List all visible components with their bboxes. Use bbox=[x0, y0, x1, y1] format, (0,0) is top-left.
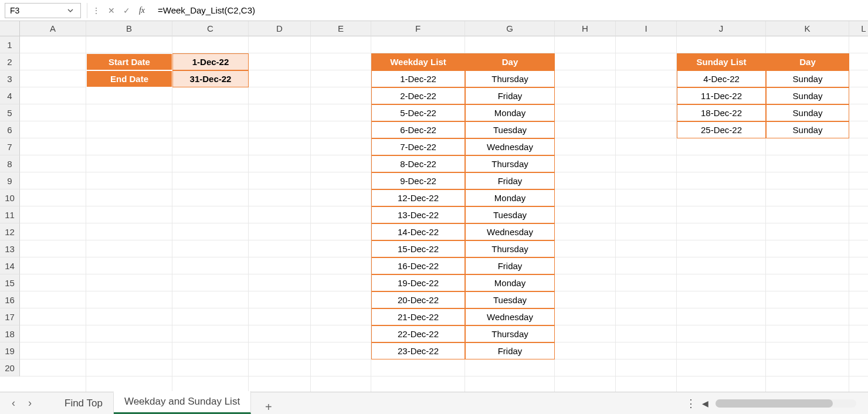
cell-H4[interactable] bbox=[555, 87, 616, 104]
cell-C19[interactable] bbox=[172, 342, 249, 359]
sunday-day-2[interactable]: Sunday bbox=[766, 104, 849, 121]
weekday-date-16[interactable]: 23-Dec-22 bbox=[371, 342, 465, 359]
cell-D2[interactable] bbox=[249, 53, 311, 70]
start-date-label[interactable]: Start Date bbox=[86, 53, 172, 70]
cell-H2[interactable] bbox=[555, 53, 616, 70]
cell-A20[interactable] bbox=[20, 359, 86, 376]
cell-H12[interactable] bbox=[555, 223, 616, 240]
start-date-value[interactable]: 1-Dec-22 bbox=[172, 53, 249, 70]
cell-J15[interactable] bbox=[677, 274, 766, 291]
cell-B8[interactable] bbox=[86, 155, 172, 172]
row-header-4[interactable]: 4 bbox=[0, 87, 20, 104]
cell-B19[interactable] bbox=[86, 342, 172, 359]
cell-H9[interactable] bbox=[555, 172, 616, 189]
cell-B15[interactable] bbox=[86, 274, 172, 291]
weekday-day-9[interactable]: Wednesday bbox=[465, 223, 555, 240]
cell-B18[interactable] bbox=[86, 325, 172, 342]
cell-J19[interactable] bbox=[677, 342, 766, 359]
row-header-16[interactable]: 16 bbox=[0, 291, 20, 308]
cell-I21[interactable] bbox=[616, 376, 677, 392]
cell-I20[interactable] bbox=[616, 359, 677, 376]
cell-H7[interactable] bbox=[555, 138, 616, 155]
weekday-day-14[interactable]: Wednesday bbox=[465, 308, 555, 325]
cell-L6[interactable] bbox=[849, 121, 868, 138]
cell-K1[interactable] bbox=[766, 36, 849, 53]
cell-grid[interactable]: Start Date1-Dec-22End Date31-Dec-22Weekd… bbox=[20, 36, 868, 392]
cell-K15[interactable] bbox=[766, 274, 849, 291]
cell-D19[interactable] bbox=[249, 342, 311, 359]
cell-E1[interactable] bbox=[311, 36, 371, 53]
cell-A5[interactable] bbox=[20, 104, 86, 121]
cell-C21[interactable] bbox=[172, 376, 249, 392]
weekday-day-2[interactable]: Monday bbox=[465, 104, 555, 121]
cell-I1[interactable] bbox=[616, 36, 677, 53]
cell-A2[interactable] bbox=[20, 53, 86, 70]
cell-H14[interactable] bbox=[555, 257, 616, 274]
cell-L4[interactable] bbox=[849, 87, 868, 104]
weekday-date-1[interactable]: 2-Dec-22 bbox=[371, 87, 465, 104]
cell-C13[interactable] bbox=[172, 240, 249, 257]
cell-C11[interactable] bbox=[172, 206, 249, 223]
cell-K11[interactable] bbox=[766, 206, 849, 223]
column-header-L[interactable]: L bbox=[849, 21, 868, 36]
cell-H20[interactable] bbox=[555, 359, 616, 376]
cell-C5[interactable] bbox=[172, 104, 249, 121]
cell-L21[interactable] bbox=[849, 376, 868, 392]
weekday-date-2[interactable]: 5-Dec-22 bbox=[371, 104, 465, 121]
weekday-day-header[interactable]: Day bbox=[465, 53, 555, 70]
cell-K16[interactable] bbox=[766, 291, 849, 308]
new-sheet-button[interactable]: + bbox=[265, 401, 272, 414]
cell-I17[interactable] bbox=[616, 308, 677, 325]
cell-E20[interactable] bbox=[311, 359, 371, 376]
cell-D13[interactable] bbox=[249, 240, 311, 257]
cell-E18[interactable] bbox=[311, 325, 371, 342]
cell-K14[interactable] bbox=[766, 257, 849, 274]
row-header-10[interactable]: 10 bbox=[0, 189, 20, 206]
cell-I9[interactable] bbox=[616, 172, 677, 189]
cell-B13[interactable] bbox=[86, 240, 172, 257]
cell-H19[interactable] bbox=[555, 342, 616, 359]
sunday-day-1[interactable]: Sunday bbox=[766, 87, 849, 104]
cell-H18[interactable] bbox=[555, 325, 616, 342]
cell-B11[interactable] bbox=[86, 206, 172, 223]
row-header-14[interactable]: 14 bbox=[0, 257, 20, 274]
select-all-corner[interactable] bbox=[0, 21, 20, 36]
cell-H11[interactable] bbox=[555, 206, 616, 223]
name-box-dropdown-icon[interactable] bbox=[65, 5, 76, 16]
weekday-day-13[interactable]: Tuesday bbox=[465, 291, 555, 308]
cell-L9[interactable] bbox=[849, 172, 868, 189]
cell-B14[interactable] bbox=[86, 257, 172, 274]
cell-J14[interactable] bbox=[677, 257, 766, 274]
cell-B4[interactable] bbox=[86, 87, 172, 104]
cell-A14[interactable] bbox=[20, 257, 86, 274]
cell-I5[interactable] bbox=[616, 104, 677, 121]
cell-I10[interactable] bbox=[616, 189, 677, 206]
cell-L3[interactable] bbox=[849, 70, 868, 87]
cell-I15[interactable] bbox=[616, 274, 677, 291]
weekday-list-header[interactable]: Weekday List bbox=[371, 53, 465, 70]
cell-I8[interactable] bbox=[616, 155, 677, 172]
row-header-6[interactable]: 6 bbox=[0, 121, 20, 138]
weekday-day-3[interactable]: Tuesday bbox=[465, 121, 555, 138]
weekday-date-5[interactable]: 8-Dec-22 bbox=[371, 155, 465, 172]
cell-E6[interactable] bbox=[311, 121, 371, 138]
row-header-7[interactable]: 7 bbox=[0, 138, 20, 155]
cell-K20[interactable] bbox=[766, 359, 849, 376]
row-header-15[interactable]: 15 bbox=[0, 274, 20, 291]
weekday-date-15[interactable]: 22-Dec-22 bbox=[371, 325, 465, 342]
cell-A10[interactable] bbox=[20, 189, 86, 206]
weekday-date-13[interactable]: 20-Dec-22 bbox=[371, 291, 465, 308]
cell-A1[interactable] bbox=[20, 36, 86, 53]
cell-D18[interactable] bbox=[249, 325, 311, 342]
cell-E13[interactable] bbox=[311, 240, 371, 257]
weekday-day-1[interactable]: Friday bbox=[465, 87, 555, 104]
cell-A3[interactable] bbox=[20, 70, 86, 87]
cell-A11[interactable] bbox=[20, 206, 86, 223]
cell-K18[interactable] bbox=[766, 325, 849, 342]
row-header-20[interactable]: 20 bbox=[0, 359, 20, 376]
cell-A19[interactable] bbox=[20, 342, 86, 359]
cell-H10[interactable] bbox=[555, 189, 616, 206]
cell-E16[interactable] bbox=[311, 291, 371, 308]
weekday-day-4[interactable]: Wednesday bbox=[465, 138, 555, 155]
name-box[interactable]: F3 bbox=[5, 3, 81, 18]
